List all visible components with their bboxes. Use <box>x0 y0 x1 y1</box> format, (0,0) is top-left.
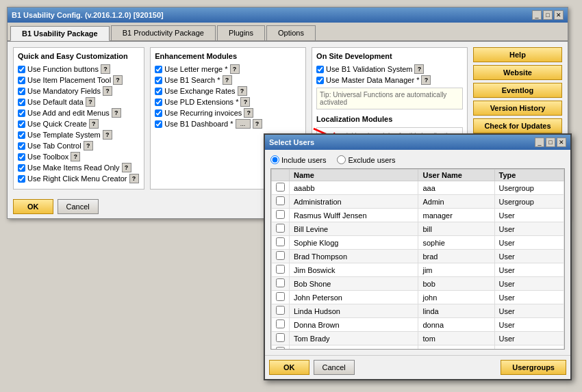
table-row[interactable]: John Peterson john User <box>272 291 564 304</box>
cb-default-data[interactable] <box>18 99 25 106</box>
dialog-close-button[interactable]: ✕ <box>557 138 566 147</box>
exclude-users-radio[interactable] <box>337 155 346 164</box>
help-pld-extensions[interactable]: ? <box>240 97 250 107</box>
main-cancel-button[interactable]: Cancel <box>58 199 99 214</box>
tab-productivity[interactable]: B1 Productivity Package <box>111 25 216 40</box>
help-b1-search[interactable]: ? <box>223 75 232 85</box>
user-username-cell: bill <box>418 222 494 236</box>
help-toolbox[interactable]: ? <box>71 152 80 161</box>
help-b1-validation[interactable]: ? <box>414 64 424 74</box>
help-template-system[interactable]: ? <box>103 130 112 140</box>
cb-b1-search[interactable] <box>155 77 162 84</box>
user-checkbox-4[interactable] <box>276 237 285 246</box>
user-checkbox-8[interactable] <box>276 292 285 301</box>
help-quick-create[interactable]: ? <box>89 119 99 129</box>
table-row[interactable]: Bill Levine bill User <box>272 222 564 236</box>
cb-add-edit-menus[interactable] <box>18 109 25 117</box>
cb-quick-create[interactable] <box>18 120 25 128</box>
user-checkbox-10[interactable] <box>276 319 285 328</box>
cb-pld-extensions[interactable] <box>155 99 162 106</box>
help-function-buttons[interactable]: ? <box>101 64 110 74</box>
user-checkbox-5[interactable] <box>276 251 285 260</box>
help-master-data[interactable]: ? <box>421 75 431 85</box>
exclude-users-label[interactable]: Exclude users <box>337 155 395 164</box>
include-users-label[interactable]: Include users <box>270 155 326 164</box>
user-checkbox-2[interactable] <box>276 210 285 219</box>
help-make-items-read-only[interactable]: ? <box>122 163 131 172</box>
user-username-cell: jim <box>418 263 494 277</box>
include-users-radio[interactable] <box>270 155 279 164</box>
user-checkbox-11[interactable] <box>276 333 285 342</box>
user-checkbox-1[interactable] <box>276 196 285 205</box>
help-recurring-invoices[interactable]: ? <box>244 108 253 118</box>
user-name-cell: Bill Levine <box>290 222 418 236</box>
user-checkbox-9[interactable] <box>276 306 285 315</box>
maximize-button[interactable]: □ <box>543 10 553 20</box>
help-exchange-rates[interactable]: ? <box>238 86 247 96</box>
dialog-cancel-button[interactable]: Cancel <box>314 360 355 375</box>
tab-options[interactable]: Options <box>266 25 316 40</box>
table-row[interactable]: Tom Brady tom User <box>272 332 564 345</box>
check-updates-button[interactable]: Check for Updates <box>473 118 562 133</box>
help-add-edit-menus[interactable]: ? <box>112 108 121 118</box>
cb-master-data[interactable] <box>316 77 324 84</box>
help-default-data[interactable]: ? <box>86 97 95 107</box>
cb-b1-validation[interactable] <box>316 66 324 73</box>
dialog-minimize-button[interactable]: _ <box>535 138 544 147</box>
table-row[interactable]: Jim Boswick jim User <box>272 263 564 277</box>
table-row[interactable]: Doris Labour doris User <box>272 345 564 350</box>
minimize-button[interactable]: _ <box>532 10 542 20</box>
website-button[interactable]: Website <box>473 65 562 80</box>
user-checkbox-7[interactable] <box>276 278 285 287</box>
user-name-cell: aaabb <box>290 181 418 195</box>
version-history-button[interactable]: Version History <box>473 101 562 116</box>
exclude-users-text: Exclude users <box>348 156 395 164</box>
dialog-maximize-button[interactable]: □ <box>546 138 555 147</box>
user-checkbox-12[interactable] <box>276 347 285 350</box>
tab-usability[interactable]: B1 Usability Package <box>10 26 110 41</box>
eventlog-button[interactable]: Eventlog <box>473 83 562 98</box>
user-checkbox-0[interactable] <box>276 183 285 192</box>
table-row[interactable]: Donna Brown donna User <box>272 318 564 332</box>
dialog-ok-button[interactable]: OK <box>269 360 309 375</box>
main-ok-button[interactable]: OK <box>13 199 53 214</box>
cb-exchange-rates[interactable] <box>155 88 162 95</box>
user-checkbox-3[interactable] <box>276 224 285 233</box>
cb-letter-merge[interactable] <box>155 66 162 73</box>
user-checkbox-6[interactable] <box>276 265 285 274</box>
cb-item-placement[interactable] <box>18 77 25 84</box>
cb-right-click-menu[interactable] <box>18 175 25 183</box>
cb-recurring-invoices[interactable] <box>155 109 162 117</box>
cb-mandatory-fields[interactable] <box>18 88 25 95</box>
table-row[interactable]: Brad Thompson brad User <box>272 250 564 263</box>
table-row[interactable]: Bob Shone bob User <box>272 277 564 291</box>
user-type-cell: User <box>494 291 564 304</box>
cb-b1-dashboard[interactable] <box>155 120 162 128</box>
help-item-placement[interactable]: ? <box>113 75 123 85</box>
cb-make-items-read-only[interactable] <box>18 164 25 172</box>
checkbox-quick-create: Use Quick Create ? <box>18 119 140 129</box>
user-table-wrapper[interactable]: Name User Name Type aaabb aaa Usergroup … <box>270 168 565 350</box>
cb-template-system[interactable] <box>18 131 25 139</box>
table-row[interactable]: Sophie Klogg sophie User <box>272 236 564 250</box>
help-button[interactable]: Help <box>473 47 562 62</box>
help-mandatory-fields[interactable]: ? <box>103 86 112 96</box>
close-button[interactable]: ✕ <box>554 10 564 20</box>
table-row[interactable]: Linda Hudson linda User <box>272 304 564 318</box>
help-b1-dashboard[interactable]: ? <box>253 119 262 129</box>
cb-tab-control[interactable] <box>18 142 25 150</box>
table-row[interactable]: aaabb aaa Usergroup <box>272 181 564 195</box>
cb-toolbox[interactable] <box>18 153 25 161</box>
checkbox-b1-search: Use B1 Search * ? <box>155 75 301 85</box>
help-right-click-menu[interactable]: ? <box>129 174 139 183</box>
user-username-cell: sophie <box>418 236 494 250</box>
cb-label-letter-merge: Use Letter merge * <box>164 65 227 73</box>
tab-plugins[interactable]: Plugins <box>217 25 265 40</box>
table-row[interactable]: Rasmus Wulff Jensen manager User <box>272 209 564 222</box>
help-letter-merge[interactable]: ? <box>230 64 240 74</box>
usergroups-button[interactable]: Usergroups <box>501 360 566 375</box>
cb-function-buttons[interactable] <box>18 66 25 73</box>
help-tab-control[interactable]: ? <box>84 141 93 151</box>
table-row[interactable]: Administration Admin Usergroup <box>272 195 564 209</box>
dots-b1-dashboard[interactable]: ... <box>236 119 251 129</box>
